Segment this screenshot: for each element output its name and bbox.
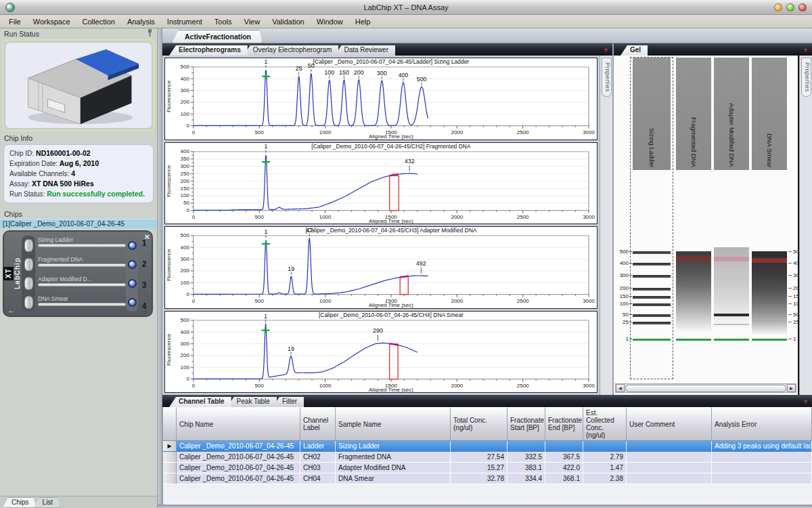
gel-lane-header-dna-smear[interactable]: DNA Smear (752, 58, 787, 170)
menu-item-analysis[interactable]: Analysis (121, 16, 161, 27)
chip-info-field-expiration-date: Expiration Date: Aug 6, 2010 (9, 158, 148, 169)
svg-text:19: 19 (288, 266, 294, 272)
column-header-total-conc-ng-ul[interactable]: Total Conc. (ng/ul) (451, 407, 508, 441)
tab-list[interactable]: List (34, 497, 61, 508)
tab-overlay-electropherogram[interactable]: Overlay Electropherogram (244, 45, 339, 56)
scroll-left-arrow-icon[interactable]: ◄ (616, 384, 625, 392)
chip-channel-button[interactable] (128, 241, 137, 250)
chip-channel-label: Sizing Ladder (38, 236, 126, 244)
dropdown-arrow-icon[interactable]: ▼ (603, 47, 609, 54)
gel-marker-label-left: 1 (614, 336, 629, 342)
chip-well-icon (24, 239, 33, 252)
close-button[interactable] (798, 3, 807, 12)
table-row[interactable]: Caliper _Demo_2010-06-07_04-26-45CH04DNA… (163, 473, 812, 484)
column-header-fractionate-start-bp[interactable]: Fractionate Start [BP] (508, 407, 545, 441)
svg-text:3000: 3000 (583, 129, 595, 135)
gel-lane-header-fragmented-dna[interactable]: Fragmented DNA (676, 58, 711, 170)
chip-channel-adapter-modified-d[interactable]: Adapter Modified D... (38, 276, 126, 292)
table-row[interactable]: ▶Caliper _Demo_2010-06-07_04-26-45Ladder… (163, 441, 812, 452)
column-header-channel-label[interactable]: Channel Label (300, 407, 336, 441)
menu-item-validation[interactable]: Validation (266, 16, 311, 27)
tab-filter[interactable]: Filter (273, 397, 304, 407)
properties-tab-gel[interactable]: Properties (801, 58, 811, 97)
cell-channel: CH04 (300, 473, 336, 484)
gel-lane-header-adapter-modified-dna[interactable]: Adapter Modified DNA (714, 58, 749, 170)
chip-channel-button[interactable] (128, 298, 137, 307)
svg-text:1000: 1000 (319, 213, 332, 219)
dropdown-arrow-icon[interactable]: ▼ (803, 47, 809, 54)
svg-text:0: 0 (192, 382, 196, 388)
tab-electropherograms[interactable]: Electropherograms (169, 45, 248, 56)
svg-text:400: 400 (181, 76, 190, 82)
tab-chips[interactable]: Chips (3, 497, 37, 508)
dropdown-arrow-icon[interactable]: ▼ (803, 398, 809, 405)
cell-channel: CH03 (300, 463, 336, 473)
panel-splitter[interactable] (158, 28, 162, 508)
table-header-indicator (163, 407, 177, 441)
svg-text:100: 100 (181, 111, 190, 117)
chip-channel-sizing-ladder[interactable]: Sizing Ladder (38, 236, 126, 253)
minimize-button[interactable] (774, 3, 782, 12)
cell-comment (627, 452, 712, 463)
svg-text:150: 150 (339, 69, 349, 76)
chip-close-icon[interactable]: × (144, 232, 150, 242)
gel-marker-label-left: 400 (614, 260, 629, 266)
chart-box-4: 0100200300400500050010001500200025003000… (164, 311, 597, 394)
menu-item-file[interactable]: File (3, 16, 27, 27)
column-header-sample-name[interactable]: Sample Name (336, 407, 451, 441)
svg-text:100: 100 (324, 69, 334, 76)
menu-item-view[interactable]: View (238, 16, 267, 27)
cell-fe (545, 441, 583, 452)
svg-text:400: 400 (181, 148, 190, 154)
tab-peak-table[interactable]: Peak Table (227, 397, 277, 407)
svg-text:2000: 2000 (451, 213, 463, 219)
menu-item-help[interactable]: Help (349, 16, 377, 27)
column-header-analysis-error[interactable]: Analysis Error (712, 407, 812, 441)
chip-info-card: Chip ID: ND160001-00-02Expiration Date: … (3, 144, 154, 203)
menu-item-collection[interactable]: Collection (76, 16, 121, 27)
gel-band (714, 314, 749, 316)
chip-prev-arrow-icon[interactable]: ← (7, 305, 16, 315)
tab-active-fractionation[interactable]: ActiveFractionation (172, 30, 263, 43)
gel-marker-label-left: 25 (614, 319, 629, 325)
gel-marker-label-left: 150 (614, 293, 629, 299)
chip-list-item-selected[interactable]: [1]Caliper _Demo_2010-06-07_04-26-45 (0, 219, 157, 228)
table-row[interactable]: Caliper _Demo_2010-06-07_04-26-45CH03Ada… (163, 463, 812, 473)
svg-text:500: 500 (181, 64, 190, 70)
scroll-right-arrow-icon[interactable]: ► (787, 384, 796, 392)
column-header-fractionate-end-bp[interactable]: Fractionate End [BP] (545, 407, 583, 441)
pin-icon[interactable] (147, 29, 153, 38)
maximize-button[interactable] (786, 3, 794, 12)
chip-next-arrow-icon[interactable]: → (140, 305, 148, 315)
chip-graphic: XT LabChip Sizing LadderFragmented DNAAd… (3, 230, 153, 317)
tab-gel[interactable]: Gel (621, 45, 648, 56)
chip-channel-button[interactable] (128, 260, 137, 269)
table-row[interactable]: Caliper _Demo_2010-06-07_04-26-45CH02Fra… (163, 452, 812, 463)
row-indicator (163, 452, 177, 463)
cell-fe: 368.1 (545, 473, 583, 484)
tab-channel-table[interactable]: Channel Table (169, 397, 231, 407)
menu-item-window[interactable]: Window (311, 16, 349, 27)
chip-brand-labchip: LabChip (14, 257, 21, 291)
menu-item-tools[interactable]: Tools (208, 16, 238, 27)
column-header-est-collected-conc-ng-ul[interactable]: Est. Collected Conc. (ng/ul) (583, 407, 627, 441)
row-indicator (163, 473, 177, 484)
gel-horizontal-scrollbar[interactable]: ◄ ► (615, 383, 796, 393)
gel-marker-tick (788, 288, 792, 289)
electropherogram-tab-bar: ElectropherogramsOverlay Electropherogra… (162, 43, 612, 56)
scroll-thumb[interactable] (625, 385, 786, 392)
chip-channel-dna-smear[interactable]: DNA Smear (38, 295, 126, 312)
tab-data-reviewer[interactable]: Data Reviewer (334, 45, 395, 56)
menu-item-workspace[interactable]: Workspace (27, 16, 76, 27)
menu-item-instrument[interactable]: Instrument (161, 16, 208, 27)
svg-text:[Caliper _Demo_2010-06-07_04-2: [Caliper _Demo_2010-06-07_04-26-45/CH3] … (305, 227, 476, 234)
properties-tab-electro[interactable]: Properties (602, 58, 612, 97)
chart-box-3: 0100200300400500050010001500200025003000… (164, 226, 597, 309)
chip-channel-button[interactable] (128, 279, 137, 288)
chip-channel-fragmented-dna[interactable]: Fragmented DNA (38, 256, 126, 272)
svg-text:250: 250 (181, 170, 190, 176)
svg-text:300: 300 (377, 70, 387, 77)
column-header-chip-name[interactable]: Chip Name (177, 407, 300, 441)
column-header-user-comment[interactable]: User Comment (627, 407, 712, 441)
svg-text:1: 1 (264, 58, 267, 65)
